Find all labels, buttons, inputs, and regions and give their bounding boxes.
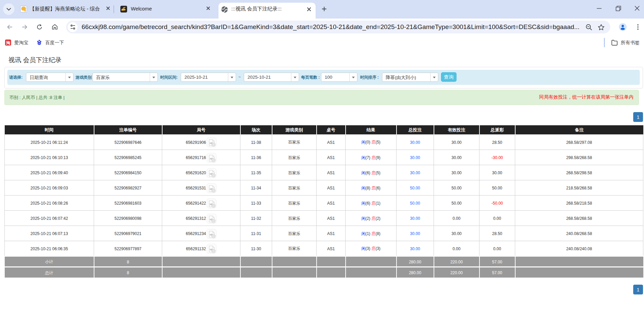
svg-text:淘: 淘	[6, 41, 10, 45]
svg-text:du: du	[38, 43, 40, 45]
